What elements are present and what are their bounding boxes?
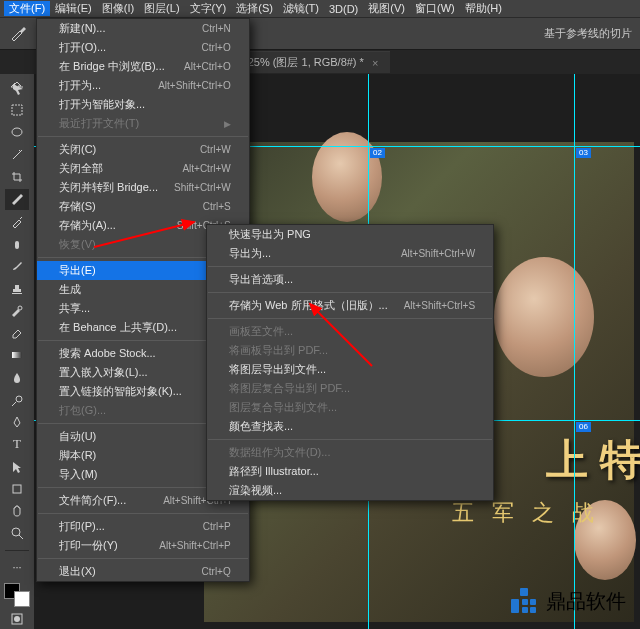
slice-tool[interactable]: [5, 189, 29, 209]
menuitem-close[interactable]: 关闭(C)Ctrl+W: [37, 140, 249, 159]
watermark-logo-icon: [510, 587, 538, 615]
menu-window[interactable]: 窗口(W): [410, 1, 460, 16]
menuitem-layers-file[interactable]: 将图层导出到文件...: [207, 360, 493, 379]
eyedropper-tool[interactable]: [5, 212, 29, 232]
gradient-tool[interactable]: [5, 345, 29, 365]
watermark: 鼎品软件: [510, 587, 626, 615]
hand-tool[interactable]: [5, 501, 29, 521]
svg-rect-12: [520, 588, 528, 596]
stamp-tool[interactable]: [5, 278, 29, 298]
quickmask-icon[interactable]: [5, 609, 29, 629]
menuitem-recent[interactable]: 最近打开文件(T)▶: [37, 114, 249, 133]
close-icon[interactable]: ×: [372, 57, 378, 69]
menuitem-close-bridge[interactable]: 关闭并转到 Bridge...Shift+Ctrl+W: [37, 178, 249, 197]
slice-badge-02: 02: [370, 148, 385, 158]
menu-file[interactable]: 文件(F): [4, 1, 50, 16]
menuitem-illustrator[interactable]: 路径到 Illustrator...: [207, 462, 493, 481]
poster-title: 上 特: [546, 432, 640, 488]
menubar: 文件(F) 编辑(E) 图像(I) 图层(L) 文字(Y) 选择(S) 滤镜(T…: [0, 0, 640, 18]
svg-rect-13: [511, 599, 519, 613]
menu-select[interactable]: 选择(S): [231, 1, 278, 16]
menuitem-close-all[interactable]: 关闭全部Alt+Ctrl+W: [37, 159, 249, 178]
svg-rect-14: [522, 599, 528, 605]
menuitem-exit[interactable]: 退出(X)Ctrl+Q: [37, 562, 249, 581]
slice-badge-06: 06: [576, 422, 591, 432]
type-tool[interactable]: T: [5, 434, 29, 454]
pen-tool[interactable]: [5, 412, 29, 432]
svg-point-9: [14, 616, 20, 622]
menuitem-export-as[interactable]: 导出为...Alt+Shift+Ctrl+W: [207, 244, 493, 263]
svg-point-1: [12, 128, 22, 136]
menuitem-open-bridge[interactable]: 在 Bridge 中浏览(B)...Alt+Ctrl+O: [37, 57, 249, 76]
magic-wand-tool[interactable]: [5, 145, 29, 165]
healing-tool[interactable]: [5, 234, 29, 254]
menuitem-quick-png[interactable]: 快速导出为 PNG: [207, 225, 493, 244]
lasso-tool[interactable]: [5, 123, 29, 143]
dodge-tool[interactable]: [5, 390, 29, 410]
menu-image[interactable]: 图像(I): [97, 1, 139, 16]
menuitem-open-smart[interactable]: 打开为智能对象...: [37, 95, 249, 114]
menu-type[interactable]: 文字(Y): [185, 1, 232, 16]
menuitem-new[interactable]: 新建(N)...Ctrl+N: [37, 19, 249, 38]
blur-tool[interactable]: [5, 367, 29, 387]
svg-rect-15: [530, 599, 536, 605]
menuitem-color-lookup[interactable]: 颜色查找表...: [207, 417, 493, 436]
move-tool[interactable]: [5, 78, 29, 98]
menuitem-export-prefs[interactable]: 导出首选项...: [207, 270, 493, 289]
svg-rect-16: [522, 607, 528, 613]
menuitem-datasets[interactable]: 数据组作为文件(D)...: [207, 443, 493, 462]
eraser-tool[interactable]: [5, 323, 29, 343]
menuitem-layercomp-file[interactable]: 图层复合导出到文件...: [207, 398, 493, 417]
menuitem-artboard-file[interactable]: 画板至文件...: [207, 322, 493, 341]
svg-rect-2: [15, 241, 19, 249]
menuitem-save-for-web[interactable]: 存储为 Web 所用格式（旧版）...Alt+Shift+Ctrl+S: [207, 296, 493, 315]
svg-rect-0: [12, 105, 22, 115]
svg-rect-17: [530, 607, 536, 613]
menuitem-print-one[interactable]: 打印一份(Y)Alt+Shift+Ctrl+P: [37, 536, 249, 555]
menuitem-render-video[interactable]: 渲染视频...: [207, 481, 493, 500]
svg-point-7: [12, 528, 20, 536]
slice-tool-icon[interactable]: [8, 23, 30, 45]
svg-point-5: [16, 396, 22, 402]
menuitem-save[interactable]: 存储(S)Ctrl+S: [37, 197, 249, 216]
menu-help[interactable]: 帮助(H): [460, 1, 507, 16]
menuitem-print[interactable]: 打印(P)...Ctrl+P: [37, 517, 249, 536]
crop-tool[interactable]: [5, 167, 29, 187]
tools-panel: T ···: [0, 74, 34, 629]
brush-tool[interactable]: [5, 256, 29, 276]
export-submenu: 快速导出为 PNG 导出为...Alt+Shift+Ctrl+W 导出首选项..…: [206, 224, 494, 501]
menuitem-artboard-pdf[interactable]: 将画板导出到 PDF...: [207, 341, 493, 360]
zoom-tool[interactable]: [5, 523, 29, 543]
svg-point-3: [18, 306, 22, 310]
watermark-text: 鼎品软件: [546, 588, 626, 615]
menu-view[interactable]: 视图(V): [363, 1, 410, 16]
menu-3d[interactable]: 3D(D): [324, 3, 363, 15]
color-swatches[interactable]: [4, 583, 30, 607]
path-select-tool[interactable]: [5, 457, 29, 477]
poster-subtitle: 五 军 之 战: [452, 498, 600, 528]
menu-edit[interactable]: 编辑(E): [50, 1, 97, 16]
marquee-tool[interactable]: [5, 100, 29, 120]
svg-rect-4: [12, 352, 22, 358]
menuitem-open[interactable]: 打开(O)...Ctrl+O: [37, 38, 249, 57]
shape-tool[interactable]: [5, 479, 29, 499]
guide-slice-button[interactable]: 基于参考线的切片: [544, 26, 632, 41]
menu-filter[interactable]: 滤镜(T): [278, 1, 324, 16]
menu-layer[interactable]: 图层(L): [139, 1, 184, 16]
menuitem-open-as[interactable]: 打开为...Alt+Shift+Ctrl+O: [37, 76, 249, 95]
history-brush-tool[interactable]: [5, 301, 29, 321]
slice-badge-03: 03: [576, 148, 591, 158]
svg-rect-6: [13, 485, 21, 493]
menuitem-layercomp-pdf[interactable]: 将图层复合导出到 PDF...: [207, 379, 493, 398]
edit-toolbar-icon[interactable]: ···: [5, 557, 29, 577]
